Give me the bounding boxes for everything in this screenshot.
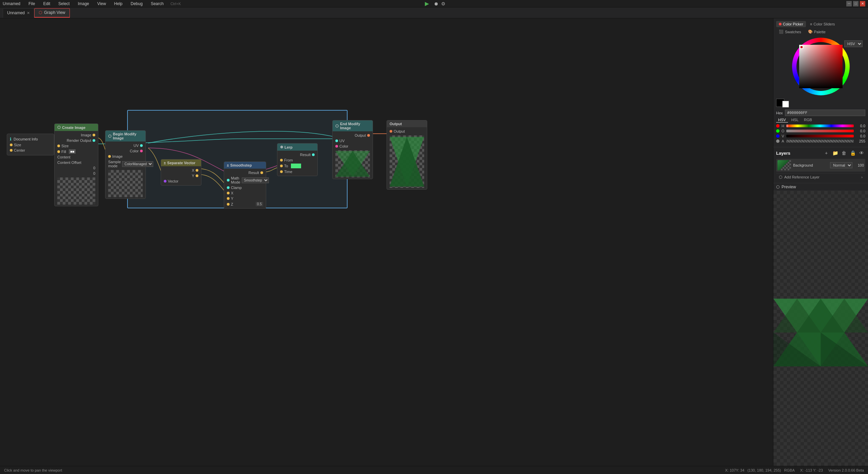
- x-out-label: X: [192, 168, 194, 172]
- hsv-tab[interactable]: HSV: [776, 117, 788, 122]
- to-value: [291, 164, 301, 168]
- sample-mode-select[interactable]: ColorManaged: [122, 161, 153, 167]
- center-label: Center: [14, 148, 25, 152]
- app-title: Unnamed: [3, 1, 20, 6]
- preview-header[interactable]: ⬡ Preview: [773, 183, 868, 191]
- tab-swatches[interactable]: ⬛ Swatches: [776, 29, 804, 35]
- size-port: [10, 144, 13, 146]
- color-cursor: [800, 45, 803, 49]
- s-track[interactable]: [786, 130, 854, 132]
- settings-button[interactable]: ⚙: [441, 1, 446, 6]
- close-button[interactable]: ✕: [860, 1, 865, 6]
- separate-vector-body: X Y Vector: [161, 166, 201, 185]
- delete-layer-button[interactable]: 🗑: [840, 149, 848, 157]
- clamp-port: [227, 186, 230, 189]
- menu-debug[interactable]: Debug: [129, 1, 144, 7]
- tab-unnamed[interactable]: Unnamed ✕: [3, 8, 34, 18]
- from-label: From: [284, 158, 293, 162]
- layer-opacity: 100: [854, 163, 864, 167]
- menu-help[interactable]: Help: [113, 1, 124, 7]
- menu-view[interactable]: View: [96, 1, 107, 7]
- output-title: Output: [390, 122, 402, 126]
- color-picker-dot: [779, 23, 782, 25]
- visibility-button[interactable]: 👁: [858, 149, 865, 157]
- output-in-port: [390, 130, 392, 133]
- color-wheel-wrapper[interactable]: [792, 38, 850, 95]
- uv-in-label: UV: [339, 139, 344, 143]
- tab-palette[interactable]: 🎨 Palette: [805, 29, 828, 35]
- end-output-label: Output: [355, 133, 366, 137]
- hsv-mode-select[interactable]: HSV HSL RGB: [844, 40, 863, 47]
- record-button[interactable]: ⏺: [434, 1, 438, 6]
- menu-image[interactable]: Image: [76, 1, 90, 7]
- tab-color-picker[interactable]: Color Picker: [776, 21, 806, 27]
- layer-controls: Normal 100: [830, 162, 864, 168]
- a-value: 255: [855, 139, 865, 143]
- smooth-title: Smoothstep: [230, 163, 252, 167]
- hue-ring[interactable]: [792, 38, 850, 95]
- end-modify-icon: ⬡: [335, 124, 339, 128]
- preview-image-area: [773, 191, 868, 474]
- coordinates: X: -113 Y: -23: [800, 468, 823, 472]
- add-folder-button[interactable]: 📁: [831, 149, 839, 157]
- lerp-body: Result From To Time: [277, 151, 317, 176]
- begin-modify-preview: [108, 170, 143, 197]
- main-area: ℹ Document Info Size Center ⬡ Create Ima…: [0, 18, 868, 474]
- hsl-tab[interactable]: HSL: [789, 117, 801, 122]
- size-in-port: [57, 145, 60, 147]
- background-color[interactable]: [782, 101, 789, 108]
- layers-header: Layers + 📁 🗑 🔒 👁: [776, 149, 865, 157]
- x-label: X: [231, 191, 233, 195]
- tab-graph-label: Graph View: [44, 10, 65, 15]
- val1: 0: [93, 166, 95, 170]
- menu-edit[interactable]: Edit: [42, 1, 52, 7]
- math-mode-select[interactable]: Smoothstep: [242, 177, 269, 183]
- hex-input[interactable]: [785, 110, 865, 116]
- h-track[interactable]: [786, 125, 854, 127]
- hex-row: Hex: [776, 110, 865, 116]
- lerp-node: ⊕ Lerp Result From To: [277, 143, 318, 176]
- math-label: Math Mode: [231, 176, 240, 184]
- tab-unnamed-close[interactable]: ✕: [27, 11, 30, 15]
- minimize-button[interactable]: ─: [846, 1, 852, 6]
- doc-info-label: Document Info: [14, 137, 38, 141]
- menu-search[interactable]: Search: [150, 1, 165, 7]
- add-reference-layer[interactable]: ⬡ Add Reference Layer ›: [776, 173, 865, 181]
- s-value: 0.0: [855, 129, 865, 133]
- v-track[interactable]: [786, 135, 854, 137]
- begin-modify-icon: ⬡: [108, 134, 112, 138]
- lock-layer-button[interactable]: 🔒: [849, 149, 856, 157]
- menu-file[interactable]: File: [27, 1, 36, 7]
- position-info: X: 107Y: 34 (130, 180, 194, 255) RGBA: [725, 468, 794, 472]
- titlebar-center: ▶ ⏺ ⚙: [423, 1, 446, 6]
- v-value: 0.0: [855, 134, 865, 138]
- menu-select[interactable]: Select: [57, 1, 71, 7]
- preview-svg: [773, 191, 868, 474]
- add-ref-icon: ⬡: [779, 175, 782, 179]
- a-track[interactable]: [786, 140, 854, 143]
- y-out-label: Y: [192, 174, 194, 178]
- render-out-port: [93, 139, 95, 142]
- rgb-tab[interactable]: RGB: [802, 117, 814, 122]
- tabbar: Unnamed ✕ ⬡ Graph View: [0, 7, 868, 18]
- right-panel: Color Picker ≡ Color Sliders ⬛ Swatches …: [773, 18, 868, 474]
- maximize-button[interactable]: □: [853, 1, 859, 6]
- tab-color-sliders[interactable]: ≡ Color Sliders: [807, 21, 837, 27]
- graph-canvas[interactable]: ℹ Document Info Size Center ⬡ Create Ima…: [0, 18, 773, 474]
- add-layer-button[interactable]: +: [823, 149, 830, 157]
- color-saturation-area[interactable]: [799, 45, 843, 88]
- color-in-port: [335, 145, 338, 148]
- image-label: Image: [81, 133, 91, 137]
- layer-item-background[interactable]: Background Normal 100: [776, 159, 865, 172]
- vector-label: Vector: [168, 179, 178, 183]
- x-in-port: [227, 192, 230, 194]
- titlebar-left: Unnamed File Edit Select Image View Help…: [3, 1, 181, 7]
- layer-thumbnail: [777, 160, 791, 170]
- blend-mode-select[interactable]: Normal: [830, 162, 852, 168]
- play-button[interactable]: ▶: [423, 1, 431, 6]
- tab-graph-view[interactable]: ⬡ Graph View: [34, 8, 70, 18]
- lerp-icon: ⊕: [280, 145, 283, 149]
- color-out-label: Color: [130, 149, 139, 153]
- titlebar: Unnamed File Edit Select Image View Help…: [0, 0, 868, 7]
- v-slider-row: V 0.0: [776, 134, 865, 138]
